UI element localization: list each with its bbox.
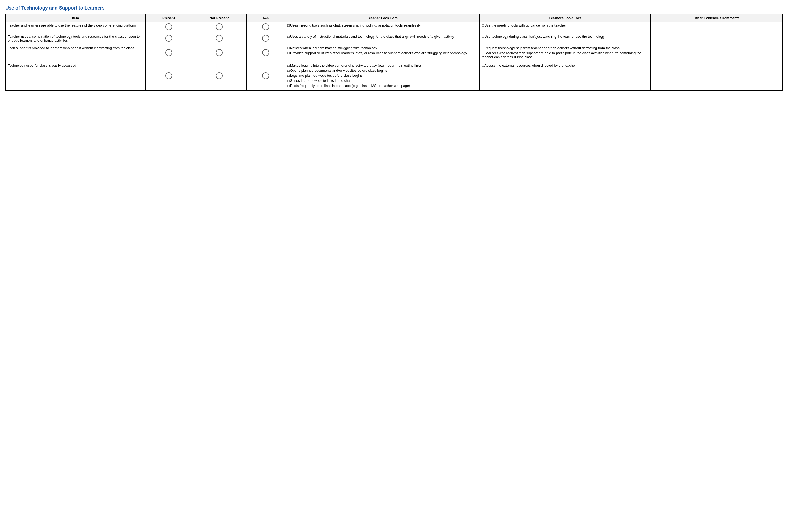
header-other-evidence: Other Evidence / Comments (650, 14, 783, 22)
item-cell: Teacher and learners are able to use the… (5, 22, 145, 33)
not-present-cell[interactable] (192, 22, 247, 33)
present-radio[interactable] (165, 49, 172, 56)
other-evidence-cell[interactable] (650, 44, 783, 62)
teacher-look-for-item: Uses meeting tools such as chat, screen … (288, 23, 477, 27)
present-radio[interactable] (165, 23, 172, 30)
teacher-look-for-item: Posts frequently used links in one place… (288, 84, 477, 87)
na-radio[interactable] (262, 35, 269, 42)
other-evidence-cell[interactable] (650, 62, 783, 91)
learner-look-for-item: Access the external resources when direc… (482, 63, 648, 67)
header-teacher-look-fors: Teacher Look Fors (285, 14, 479, 22)
main-table: Item Present Not Present N/A Teacher Loo… (5, 14, 783, 91)
present-radio[interactable] (165, 72, 172, 79)
item-cell: Technology used for class is easily acce… (5, 62, 145, 91)
table-row: Tech support is provided to learners who… (5, 44, 783, 62)
learners-look-fors-cell: Request technology help from teacher or … (479, 44, 651, 62)
header-not-present: Not Present (192, 14, 247, 22)
not-present-radio[interactable] (216, 35, 223, 42)
table-row: Technology used for class is easily acce… (5, 62, 783, 91)
not-present-radio[interactable] (216, 23, 223, 30)
not-present-radio[interactable] (216, 72, 223, 79)
teacher-look-for-item: Sends learners website links in the chat (288, 79, 477, 83)
na-cell[interactable] (246, 44, 285, 62)
item-cell: Tech support is provided to learners who… (5, 44, 145, 62)
header-learners-look-fors: Learners Look Fors (479, 14, 651, 22)
not-present-cell[interactable] (192, 62, 247, 91)
teacher-look-fors-cell: Uses meeting tools such as chat, screen … (285, 22, 479, 33)
teacher-look-for-item: Provides support or utilizes other learn… (288, 51, 477, 55)
teacher-look-fors-cell: Uses a variety of instructional material… (285, 33, 479, 44)
present-cell[interactable] (145, 62, 192, 91)
present-radio[interactable] (165, 35, 172, 42)
learners-look-fors-cell: Use technology during class, isn't just … (479, 33, 651, 44)
teacher-look-for-item: Opens planned documents and/or websites … (288, 68, 477, 73)
na-cell[interactable] (246, 22, 285, 33)
na-cell[interactable] (246, 33, 285, 44)
na-radio[interactable] (262, 49, 269, 56)
other-evidence-cell[interactable] (650, 33, 783, 44)
teacher-look-fors-cell: Makes logging into the video conferencin… (285, 62, 479, 91)
learners-look-fors-cell: Access the external resources when direc… (479, 62, 651, 91)
teacher-look-for-item: Logs into planned websites before class … (288, 74, 477, 78)
table-row: Teacher and learners are able to use the… (5, 22, 783, 33)
other-evidence-cell[interactable] (650, 22, 783, 33)
na-cell[interactable] (246, 62, 285, 91)
not-present-radio[interactable] (216, 49, 223, 56)
page-title: Use of Technology and Support to Learner… (5, 5, 783, 11)
teacher-look-for-item: Makes logging into the video conferencin… (288, 63, 477, 67)
na-radio[interactable] (262, 23, 269, 30)
na-radio[interactable] (262, 72, 269, 79)
not-present-cell[interactable] (192, 44, 247, 62)
not-present-cell[interactable] (192, 33, 247, 44)
learner-look-for-item: Use the meeting tools with guidance from… (482, 23, 648, 27)
header-item: Item (5, 14, 145, 22)
learner-look-for-item: Request technology help from teacher or … (482, 46, 648, 50)
teacher-look-fors-cell: Notices when learners may be struggling … (285, 44, 479, 62)
teacher-look-for-item: Uses a variety of instructional material… (288, 35, 477, 39)
present-cell[interactable] (145, 33, 192, 44)
learner-look-for-item: Use technology during class, isn't just … (482, 35, 648, 39)
present-cell[interactable] (145, 44, 192, 62)
learners-look-fors-cell: Use the meeting tools with guidance from… (479, 22, 651, 33)
teacher-look-for-item: Notices when learners may be struggling … (288, 46, 477, 50)
header-na: N/A (246, 14, 285, 22)
header-present: Present (145, 14, 192, 22)
table-row: Teacher uses a combination of technology… (5, 33, 783, 44)
present-cell[interactable] (145, 22, 192, 33)
item-cell: Teacher uses a combination of technology… (5, 33, 145, 44)
learner-look-for-item: Learners who request tech support are ab… (482, 51, 648, 59)
header-row: Item Present Not Present N/A Teacher Loo… (5, 14, 783, 22)
